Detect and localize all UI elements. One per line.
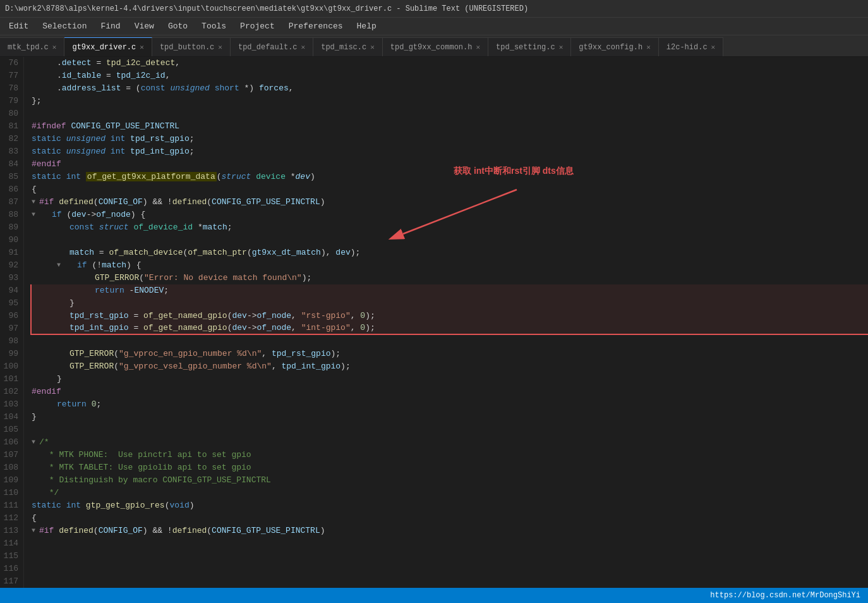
code-line-88: ▼if (dev->of_node) {	[32, 209, 868, 221]
line-numbers: 76 77 78 79 80 81 82 83 84 85 86 87 88 8…	[0, 57, 24, 588]
code-line-89: const struct of_device_id *match;	[32, 221, 868, 234]
code-line-93: GTP_ERROR("Error: No device match found\…	[32, 272, 868, 284]
code-line-78: .address_list = (const unsigned short *)…	[32, 82, 868, 95]
code-line-103: return 0;	[32, 398, 868, 411]
menu-tools[interactable]: Tools	[195, 20, 232, 32]
menu-find[interactable]: Find	[94, 20, 126, 32]
tab-label: tpd_gt9xx_common.h	[390, 43, 473, 52]
tab-label: tpd_misc.c	[321, 43, 366, 52]
code-line-109: * Distinguish by macro CONFIG_GTP_USE_PI…	[32, 474, 868, 487]
code-line-92: ▼if (!match) {	[32, 259, 868, 272]
title-text: D:\work2\8788\alps\kernel-4.4\drivers\in…	[5, 4, 528, 13]
tab-close-icon[interactable]: ✕	[370, 43, 375, 51]
tab-tpd-setting[interactable]: tpd_setting.c ✕	[488, 37, 571, 56]
code-line-112: {	[32, 512, 868, 525]
tabs-bar: mtk_tpd.c ✕ gt9xx_driver.c ✕ tpd_button.…	[0, 35, 868, 57]
code-line-96: tpd_rst_gpio = of_get_named_gpio(dev->of…	[30, 310, 868, 322]
tab-close-icon[interactable]: ✕	[476, 43, 480, 51]
tab-label: tpd_button.c	[160, 43, 214, 52]
menu-help[interactable]: Help	[351, 20, 383, 32]
tab-label: tpd_default.c	[238, 43, 298, 52]
menu-view[interactable]: View	[128, 20, 160, 32]
code-line-80	[32, 107, 868, 120]
tab-tpd-default[interactable]: tpd_default.c ✕	[231, 37, 313, 56]
tab-label: mtk_tpd.c	[8, 43, 49, 52]
title-bar: D:\work2\8788\alps\kernel-4.4\drivers\in…	[0, 0, 868, 18]
code-line-81: #ifndef CONFIG_GTP_USE_PINCTRL	[32, 120, 868, 133]
code-line-113: ▼#if defined(CONFIG_OF) && !defined(CONF…	[32, 525, 868, 537]
tab-gt9xx-config[interactable]: gt9xx_config.h ✕	[571, 37, 658, 56]
menu-preferences[interactable]: Preferences	[282, 20, 349, 32]
code-line-82: static unsigned int tpd_rst_gpio;	[32, 133, 868, 145]
tab-label: gt9xx_config.h	[579, 43, 642, 52]
tab-close-icon[interactable]: ✕	[140, 43, 144, 51]
code-line-90	[32, 234, 868, 247]
code-area[interactable]: .detect = tpd_i2c_detect, .id_table = tp…	[24, 57, 868, 588]
tab-close-icon[interactable]: ✕	[646, 43, 651, 51]
tab-label: tpd_setting.c	[496, 43, 555, 52]
menu-project[interactable]: Project	[234, 20, 281, 32]
tab-tpd-gt9xx-common[interactable]: tpd_gt9xx_common.h ✕	[383, 37, 488, 56]
code-line-84: #endif	[32, 158, 868, 171]
tab-gt9xx-driver[interactable]: gt9xx_driver.c ✕	[64, 37, 152, 56]
code-line-87: ▼#if defined(CONFIG_OF) && !defined(CONF…	[32, 196, 868, 209]
tab-label: gt9xx_driver.c	[72, 43, 136, 52]
code-line-94: return -ENODEV;	[30, 284, 868, 297]
code-line-85: static int of_get_gt9xx_platform_data(st…	[32, 171, 868, 183]
tab-label: i2c-hid.c	[666, 43, 708, 52]
tab-close-icon[interactable]: ✕	[52, 43, 57, 51]
code-line-79: };	[32, 95, 868, 107]
watermark: https://blog.csdn.net/MrDongShiYi	[710, 591, 860, 600]
menu-edit[interactable]: Edit	[3, 20, 35, 32]
code-line-86: {	[32, 183, 868, 196]
code-line-97: tpd_int_gpio = of_get_named_gpio(dev->of…	[30, 322, 868, 335]
editor[interactable]: 76 77 78 79 80 81 82 83 84 85 86 87 88 8…	[0, 57, 868, 588]
code-line-105	[32, 423, 868, 436]
code-line-110: */	[32, 487, 868, 499]
tab-close-icon[interactable]: ✕	[301, 43, 306, 51]
tab-close-icon[interactable]: ✕	[559, 43, 564, 51]
code-line-98	[32, 335, 868, 348]
menu-selection[interactable]: Selection	[36, 20, 93, 32]
tab-i2c-hid[interactable]: i2c-hid.c ✕	[659, 37, 723, 56]
tab-close-icon[interactable]: ✕	[711, 43, 716, 51]
code-line-101: }	[32, 373, 868, 386]
code-line-83: static unsigned int tpd_int_gpio;	[32, 145, 868, 158]
code-line-106: ▼/*	[32, 436, 868, 449]
tab-tpd-button[interactable]: tpd_button.c ✕	[152, 37, 231, 56]
code-line-102: #endif	[32, 386, 868, 398]
code-line-111: static int gtp_get_gpio_res(void)	[32, 499, 868, 512]
menu-goto[interactable]: Goto	[162, 20, 194, 32]
status-bar: https://blog.csdn.net/MrDongShiYi	[0, 588, 868, 603]
code-line-107: * MTK PHONE: Use pinctrl api to set gpio	[32, 449, 868, 461]
code-line-104: }	[32, 411, 868, 423]
code-line-77: .id_table = tpd_i2c_id,	[32, 70, 868, 82]
code-line-76: .detect = tpd_i2c_detect,	[32, 57, 868, 70]
tab-tpd-misc[interactable]: tpd_misc.c ✕	[313, 37, 383, 56]
menu-bar: Edit Selection Find View Goto Tools Proj…	[0, 18, 868, 35]
code-line-99: GTP_ERROR("g_vproc_en_gpio_number %d\n",…	[32, 348, 868, 360]
code-line-108: * MTK TABLET: Use gpiolib api to set gpi…	[32, 461, 868, 474]
code-line-100: GTP_ERROR("g_vproc_vsel_gpio_number %d\n…	[32, 360, 868, 373]
code-line-95: }	[30, 297, 868, 310]
code-line-91: match = of_match_device(of_match_ptr(gt9…	[32, 247, 868, 259]
tab-mtk-tpd[interactable]: mtk_tpd.c ✕	[0, 37, 64, 56]
tab-close-icon[interactable]: ✕	[218, 43, 222, 51]
